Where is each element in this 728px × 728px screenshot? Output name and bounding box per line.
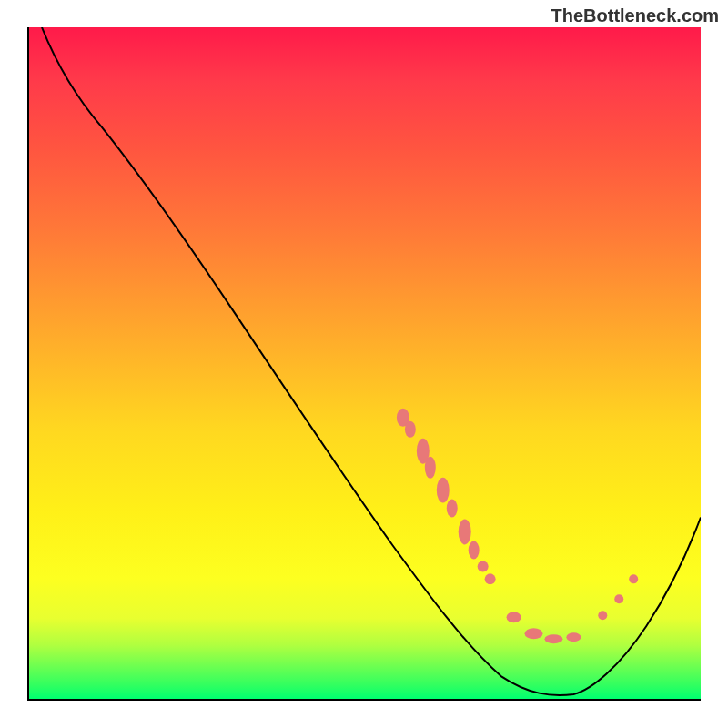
svg-point-4 bbox=[437, 478, 450, 503]
watermark-text: TheBottleneck.com bbox=[551, 5, 719, 26]
main-curve bbox=[42, 27, 701, 695]
svg-point-11 bbox=[525, 628, 543, 639]
svg-point-15 bbox=[614, 594, 623, 603]
svg-point-7 bbox=[469, 541, 480, 559]
svg-point-8 bbox=[478, 561, 489, 571]
svg-point-1 bbox=[405, 421, 416, 438]
svg-point-16 bbox=[629, 574, 638, 583]
curve-svg bbox=[29, 27, 701, 699]
svg-point-12 bbox=[544, 634, 562, 643]
svg-point-14 bbox=[598, 611, 607, 620]
svg-point-5 bbox=[447, 500, 458, 518]
svg-point-6 bbox=[459, 520, 471, 545]
plot-area bbox=[27, 27, 701, 701]
svg-point-13 bbox=[566, 632, 581, 642]
chart-container: TheBottleneck.com bbox=[0, 0, 728, 728]
svg-point-3 bbox=[425, 457, 436, 479]
svg-point-9 bbox=[485, 573, 496, 584]
svg-point-10 bbox=[507, 612, 521, 622]
